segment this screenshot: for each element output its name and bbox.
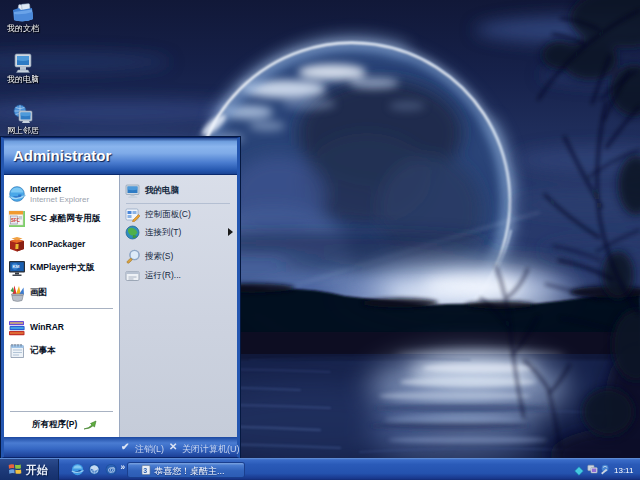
svg-text:@: @ — [108, 465, 116, 474]
svg-text:3: 3 — [143, 467, 147, 474]
svg-text:KM: KM — [13, 264, 20, 269]
svg-text:»: » — [120, 463, 125, 472]
